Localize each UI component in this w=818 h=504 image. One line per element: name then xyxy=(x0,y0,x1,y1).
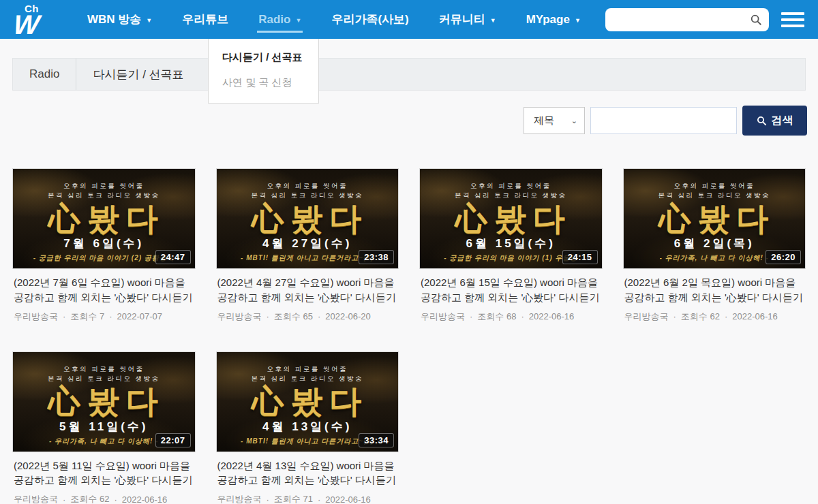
search-field-select[interactable]: 제목 ⌄ xyxy=(524,107,585,134)
search-keyword-input[interactable] xyxy=(590,107,737,134)
thumbnail-tagline: 오후의 피로를 씻어줄 xyxy=(267,364,348,374)
video-card[interactable]: 오후의 피로를 씻어줄 본격 심리 토크 라디오 생방송 心봤다 7월 6일(수… xyxy=(12,168,196,323)
thumbnail-episode-subtitle: - 궁금한 우리의 마음 이야기 (2) 공황장애 xyxy=(33,253,175,263)
thumbnail-show-title: 心봤다 xyxy=(658,202,775,235)
nav-item-wbn[interactable]: WBN 방송 ▼ xyxy=(87,0,152,39)
post-date: 2022-07-07 xyxy=(117,311,163,321)
channel-name: 우리방송국 xyxy=(217,311,262,323)
thumbnail-tagline: 본격 심리 토크 라디오 생방송 xyxy=(455,191,567,200)
top-navigation: Ch W WBN 방송 ▼ 우리튜브 Radio ▼ 우리가족(사보) 커뮤니티… xyxy=(0,0,818,39)
video-title[interactable]: (2022년 4월 13일 수요일) woori 마음을 공감하고 함께 외치는… xyxy=(216,458,399,488)
video-card[interactable]: 오후의 피로를 씻어줄 본격 심리 토크 라디오 생방송 心봤다 4월 13일(… xyxy=(216,351,399,504)
site-logo[interactable]: Ch W xyxy=(14,3,76,35)
video-meta: 우리방송국 · 조회수 7 · 2022-07-07 xyxy=(12,311,196,323)
meta-separator: · xyxy=(725,311,727,321)
meta-separator: · xyxy=(114,494,117,504)
video-thumbnail[interactable]: 오후의 피로를 씻어줄 본격 심리 토크 라디오 생방송 心봤다 5월 11일(… xyxy=(12,351,196,452)
channel-name: 우리방송국 xyxy=(421,311,465,323)
nav-item-radio[interactable]: Radio ▼ xyxy=(258,0,301,39)
nav-item-label: Radio xyxy=(258,13,290,27)
search-filter-row: 제목 ⌄ 검색 xyxy=(11,106,807,136)
thumbnail-episode-date: 6월 2일(목) xyxy=(674,236,755,251)
video-thumbnail[interactable]: 오후의 피로를 씻어줄 본격 심리 토크 라디오 생방송 心봤다 4월 13일(… xyxy=(216,351,399,452)
video-meta: 우리방송국 · 조회수 65 · 2022-06-20 xyxy=(216,311,399,323)
video-meta: 우리방송국 · 조회수 62 · 2022-06-16 xyxy=(623,311,806,323)
hamburger-menu-icon[interactable] xyxy=(781,12,804,27)
video-thumbnail[interactable]: 오후의 피로를 씻어줄 본격 심리 토크 라디오 생방송 心봤다 6월 15일(… xyxy=(419,168,603,269)
thumbnail-episode-subtitle: - MBTI! 틀린게 아니고 다른거라고~(1) xyxy=(241,437,374,446)
video-card-grid: 오후의 피로를 씻어줄 본격 심리 토크 라디오 생방송 心봤다 7월 6일(수… xyxy=(12,168,806,504)
chevron-down-icon: ▼ xyxy=(490,17,496,24)
thumbnail-tagline: 오후의 피로를 씻어줄 xyxy=(267,181,348,191)
nav-item-mypage[interactable]: MYpage ▼ xyxy=(526,0,581,39)
thumbnail-show-title: 心봤다 xyxy=(455,202,572,235)
view-count: 조회수 65 xyxy=(274,311,313,323)
thumbnail-episode-subtitle: - 궁금한 우리의 마음 이야기 (1) 우울증 xyxy=(444,253,577,263)
view-count: 조회수 62 xyxy=(70,493,109,504)
post-date: 2022-06-16 xyxy=(529,311,575,321)
video-meta: 우리방송국 · 조회수 71 · 2022-06-16 xyxy=(216,493,399,504)
meta-separator: · xyxy=(470,311,472,321)
channel-name: 우리방송국 xyxy=(217,493,262,504)
post-date: 2022-06-20 xyxy=(325,311,371,321)
meta-separator: · xyxy=(673,311,676,321)
video-card[interactable]: 오후의 피로를 씻어줄 본격 심리 토크 라디오 생방송 心봤다 6월 2일(목… xyxy=(623,168,806,323)
nav-item-label: 커뮤니티 xyxy=(439,12,485,27)
thumbnail-show-title: 心봤다 xyxy=(48,202,165,235)
video-card[interactable]: 오후의 피로를 씻어줄 본격 심리 토크 라디오 생방송 心봤다 5월 11일(… xyxy=(12,351,196,504)
nav-item-wooritube[interactable]: 우리튜브 xyxy=(182,0,228,39)
logo-text-main: W xyxy=(12,14,39,35)
dropdown-item-replay[interactable]: 다시듣기 / 선곡표 xyxy=(222,51,305,64)
search-button[interactable]: 검색 xyxy=(742,106,807,136)
video-title[interactable]: (2022년 4월 27일 수요일) woori 마음을 공감하고 함께 외치는… xyxy=(216,275,399,305)
thumbnail-tagline: 오후의 피로를 씻어줄 xyxy=(63,181,144,191)
thumbnail-tagline: 오후의 피로를 씻어줄 xyxy=(674,181,755,191)
breadcrumb-page-title: 다시듣기 / 선곡표 xyxy=(76,67,200,82)
nav-item-label: 우리튜브 xyxy=(182,12,228,27)
chevron-down-icon: ⌄ xyxy=(571,116,577,125)
duration-badge: 23:38 xyxy=(359,250,394,264)
view-count: 조회수 71 xyxy=(274,493,313,504)
view-count: 조회수 62 xyxy=(681,311,720,323)
view-count: 조회수 7 xyxy=(70,311,104,323)
video-card[interactable]: 오후의 피로를 씻어줄 본격 심리 토크 라디오 생방송 心봤다 6월 15일(… xyxy=(419,168,603,323)
chevron-down-icon: ▼ xyxy=(295,17,301,24)
nav-item-family[interactable]: 우리가족(사보) xyxy=(331,0,408,39)
meta-separator: · xyxy=(267,494,269,504)
video-title[interactable]: (2022년 5월 11일 수요일) woori 마음을 공감하고 함께 외치는… xyxy=(12,458,196,488)
chevron-down-icon: ▼ xyxy=(575,17,581,24)
nav-item-label: WBN 방송 xyxy=(87,12,141,27)
nav-item-label: 우리가족(사보) xyxy=(331,12,408,27)
video-card[interactable]: 오후의 피로를 씻어줄 본격 심리 토크 라디오 생방송 心봤다 4월 27일(… xyxy=(216,168,399,323)
duration-badge: 22:07 xyxy=(155,433,191,447)
thumbnail-show-title: 心봤다 xyxy=(252,385,368,418)
meta-separator: · xyxy=(318,494,320,504)
nav-search-input[interactable] xyxy=(612,14,750,25)
meta-separator: · xyxy=(318,311,320,321)
meta-separator: · xyxy=(109,311,112,321)
video-thumbnail[interactable]: 오후의 피로를 씻어줄 본격 심리 토크 라디오 생방송 心봤다 6월 2일(목… xyxy=(623,168,806,269)
channel-name: 우리방송국 xyxy=(14,311,58,323)
post-date: 2022-06-16 xyxy=(325,494,371,504)
meta-separator: · xyxy=(267,311,269,321)
search-field-selected: 제목 xyxy=(534,114,554,127)
video-title[interactable]: (2022년 7월 6일 수요일) woori 마음을 공감하고 함께 외치는 … xyxy=(12,275,196,305)
breadcrumb-section[interactable]: Radio xyxy=(13,67,76,81)
nav-search-box xyxy=(605,8,769,31)
nav-item-community[interactable]: 커뮤니티 ▼ xyxy=(439,0,496,39)
video-title[interactable]: (2022년 6월 15일 수요일) woori 마음을 공감하고 함께 외치는… xyxy=(419,275,603,305)
thumbnail-episode-date: 4월 13일(수) xyxy=(262,419,352,435)
channel-name: 우리방송국 xyxy=(14,493,58,504)
meta-separator: · xyxy=(63,494,65,504)
thumbnail-episode-date: 5월 11일(수) xyxy=(59,419,148,435)
duration-badge: 33:34 xyxy=(359,433,394,447)
video-thumbnail[interactable]: 오후의 피로를 씻어줄 본격 심리 토크 라디오 생방송 心봤다 7월 6일(수… xyxy=(12,168,196,269)
search-icon[interactable] xyxy=(750,14,762,26)
thumbnail-tagline: 본격 심리 토크 라디오 생방송 xyxy=(48,374,160,383)
thumbnail-tagline: 본격 심리 토크 라디오 생방송 xyxy=(251,191,363,200)
video-title[interactable]: (2022년 6월 2일 목요일) woori 마음을 공감하고 함께 외치는 … xyxy=(623,275,806,305)
nav-item-label: MYpage xyxy=(526,13,570,27)
thumbnail-tagline: 오후의 피로를 씻어줄 xyxy=(470,181,551,191)
dropdown-item-request[interactable]: 사연 및 곡 신청 xyxy=(222,76,305,89)
video-thumbnail[interactable]: 오후의 피로를 씻어줄 본격 심리 토크 라디오 생방송 心봤다 4월 27일(… xyxy=(216,168,399,269)
